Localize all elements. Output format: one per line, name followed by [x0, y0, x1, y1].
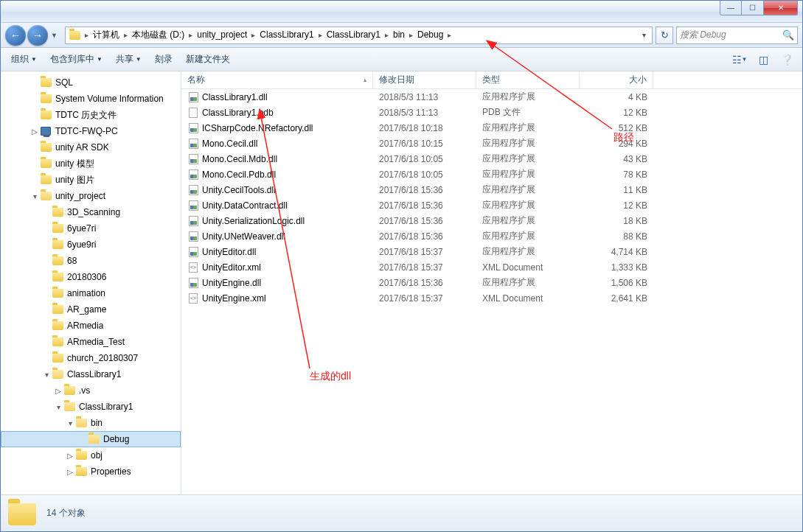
tree-expander-icon[interactable]: ▾	[30, 192, 39, 200]
forward-button[interactable]: →	[27, 25, 48, 46]
file-row[interactable]: ClassLibrary1.pdb2018/5/3 11:13PDB 文件12 …	[181, 105, 802, 120]
chevron-right-icon[interactable]: ▸	[187, 31, 194, 39]
tree-expander-icon[interactable]: ▷	[66, 468, 74, 476]
tree-item[interactable]: ▷TDTC-FWQ-PC	[1, 123, 181, 139]
tree-item[interactable]: church_20180307	[1, 350, 181, 366]
chevron-right-icon[interactable]: ▸	[122, 31, 129, 39]
tree-expander-icon[interactable]: ▷	[66, 452, 74, 460]
refresh-button[interactable]: ↻	[656, 27, 673, 44]
chevron-right-icon[interactable]: ▸	[446, 31, 453, 39]
column-type[interactable]: 类型	[476, 71, 580, 88]
breadcrumb-segment[interactable]: ClassLibrary1	[257, 29, 316, 40]
file-list[interactable]: 名称▴ 修改日期 类型 大小 ClassLibrary1.dll2018/5/3…	[181, 71, 802, 494]
close-button[interactable]: ✕	[764, 1, 798, 15]
tree-item-label: church_20180307	[67, 353, 138, 363]
tree-item[interactable]: unity AR SDK	[1, 139, 181, 155]
chevron-right-icon[interactable]: ▸	[83, 31, 90, 39]
tree-item[interactable]: 68	[1, 253, 181, 269]
tree-expander-icon[interactable]: ▷	[54, 387, 63, 395]
breadcrumb-segment[interactable]: Debug	[414, 29, 446, 40]
help-button[interactable]: ❔	[777, 52, 796, 68]
tree-item[interactable]: ▾ClassLibrary1	[1, 366, 181, 382]
file-row[interactable]: Mono.Cecil.dll2017/6/18 10:15应用程序扩展294 K…	[181, 136, 802, 151]
folder-icon	[51, 206, 64, 218]
tree-item[interactable]: 6yue7ri	[1, 220, 181, 237]
search-input[interactable]: 搜索 Debug 🔍	[676, 27, 798, 44]
file-size: 4,714 KB	[580, 247, 653, 257]
tree-expander-icon[interactable]: ▾	[66, 419, 74, 427]
tree-item[interactable]: AR_game	[1, 301, 181, 318]
nav-history-dropdown[interactable]: ▼	[51, 32, 58, 39]
tree-item[interactable]: unity 模型	[1, 155, 181, 172]
file-row[interactable]: UnityEditor.xml2017/6/18 15:37XML Docume…	[181, 259, 802, 275]
tree-item[interactable]: ▾bin	[1, 415, 181, 431]
tree-item[interactable]: 6yue9ri	[1, 237, 181, 253]
tree-item[interactable]: TDTC 历史文件	[1, 107, 181, 123]
file-row[interactable]: Mono.Cecil.Pdb.dll2017/6/18 10:05应用程序扩展7…	[181, 167, 802, 182]
navigation-tree[interactable]: SQLSystem Volume InformationTDTC 历史文件▷TD…	[1, 71, 181, 494]
chevron-right-icon[interactable]: ▸	[250, 31, 257, 39]
breadcrumb-segment[interactable]: bin	[390, 29, 408, 40]
breadcrumb-segment[interactable]: 本地磁盘 (D:)	[129, 29, 187, 40]
tree-expander-icon[interactable]: ▾	[54, 403, 63, 411]
preview-pane-button[interactable]: ◫	[754, 52, 773, 68]
dll-file-icon	[187, 200, 199, 211]
organize-menu[interactable]: 组织▼	[7, 52, 41, 67]
breadcrumb-dropdown[interactable]: ▾	[638, 31, 650, 39]
folder-icon	[51, 320, 64, 332]
tree-item[interactable]: 3D_Scanning	[1, 204, 181, 220]
file-type: 应用程序扩展	[476, 183, 580, 196]
include-in-library-menu[interactable]: 包含到库中▼	[46, 52, 107, 67]
share-menu[interactable]: 共享▼	[111, 52, 146, 67]
burn-label: 刻录	[155, 53, 173, 66]
tree-item-label: ClassLibrary1	[67, 369, 121, 379]
view-options-button[interactable]: ☷ ▼	[730, 52, 749, 68]
file-row[interactable]: UnityEngine.xml2017/6/18 15:37XML Docume…	[181, 290, 802, 306]
tree-item[interactable]: ▷obj	[1, 447, 181, 463]
chevron-right-icon[interactable]: ▸	[383, 31, 390, 39]
tree-item[interactable]: ARmedia	[1, 318, 181, 334]
tree-item[interactable]: Debug	[1, 431, 181, 447]
column-name[interactable]: 名称▴	[181, 71, 373, 88]
minimize-button[interactable]: —	[720, 1, 742, 15]
chevron-right-icon[interactable]: ▸	[317, 31, 324, 39]
breadcrumb-segment[interactable]: unity_project	[194, 29, 250, 40]
file-row[interactable]: Unity.UNetWeaver.dll2017/6/18 15:36应用程序扩…	[181, 228, 802, 244]
folder-icon	[39, 77, 52, 88]
tree-item[interactable]: ▾unity_project	[1, 188, 181, 204]
file-row[interactable]: Mono.Cecil.Mdb.dll2017/6/18 10:05应用程序扩展4…	[181, 151, 802, 167]
back-button[interactable]: ←	[5, 25, 26, 46]
breadcrumb-bar[interactable]: ▸ 计算机▸本地磁盘 (D:)▸unity_project▸ClassLibra…	[65, 27, 653, 44]
tree-item[interactable]: animation	[1, 285, 181, 301]
folder-icon	[63, 385, 76, 396]
maximize-button[interactable]: ☐	[742, 1, 764, 15]
tree-item[interactable]: unity 图片	[1, 172, 181, 188]
tree-item[interactable]: ▾ClassLibrary1	[1, 399, 181, 415]
breadcrumb-segment[interactable]: ClassLibrary1	[324, 29, 383, 40]
file-date: 2017/6/18 15:37	[373, 247, 476, 257]
folder-open-icon	[51, 368, 64, 380]
new-folder-button[interactable]: 新建文件夹	[181, 52, 234, 67]
file-row[interactable]: UnityEngine.dll2017/6/18 15:36应用程序扩展1,50…	[181, 275, 802, 290]
column-date[interactable]: 修改日期	[373, 71, 476, 88]
column-size[interactable]: 大小	[580, 71, 653, 88]
tree-item[interactable]: ARmedia_Test	[1, 334, 181, 350]
tree-item-label: 20180306	[67, 272, 106, 282]
tree-expander-icon[interactable]: ▾	[42, 371, 51, 379]
tree-item[interactable]: 20180306	[1, 269, 181, 285]
file-row[interactable]: Unity.CecilTools.dll2017/6/18 15:36应用程序扩…	[181, 182, 802, 197]
file-row[interactable]: Unity.SerializationLogic.dll2017/6/18 15…	[181, 213, 802, 228]
tree-expander-icon[interactable]: ▷	[30, 127, 39, 136]
file-row[interactable]: Unity.DataContract.dll2017/6/18 15:36应用程…	[181, 197, 802, 213]
tree-item[interactable]: SQL	[1, 74, 181, 91]
file-row[interactable]: ClassLibrary1.dll2018/5/3 11:13应用程序扩展4 K…	[181, 89, 802, 105]
file-row[interactable]: UnityEditor.dll2017/6/18 15:37应用程序扩展4,71…	[181, 244, 802, 259]
tree-item[interactable]: ▷Properties	[1, 463, 181, 480]
file-row[interactable]: ICSharpCode.NRefactory.dll2017/6/18 10:1…	[181, 120, 802, 136]
burn-button[interactable]: 刻录	[150, 52, 177, 67]
breadcrumb-segment[interactable]: 计算机	[90, 29, 122, 40]
tree-item[interactable]: ▷.vs	[1, 382, 181, 399]
tree-item[interactable]: System Volume Information	[1, 91, 181, 107]
file-size: 2,641 KB	[580, 293, 653, 304]
chevron-right-icon[interactable]: ▸	[408, 31, 414, 39]
